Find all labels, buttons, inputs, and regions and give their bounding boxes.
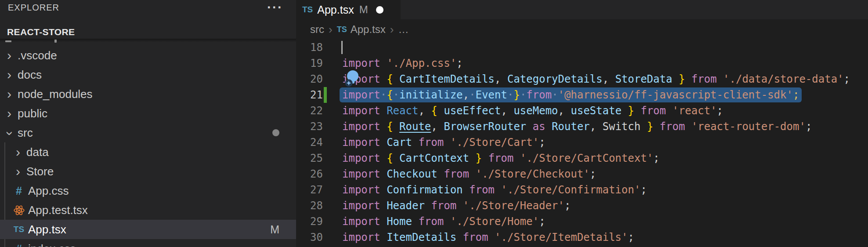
code-line-29[interactable]: 29import Home from './Store/Home'; [296,214,868,229]
vscode-window: EXPLORER ··· REACT-STORE ›.vscode›docs›n… [0,0,868,247]
line-number[interactable]: 19 [296,55,323,71]
explorer-title: EXPLORER [8,3,59,13]
editor-area: TS App.tsx M src › TS App.tsx › … 1819im… [296,0,868,247]
code-text: import Cart from './Store/Cart'; [342,134,545,150]
folder-item-src[interactable]: ›src [0,123,296,142]
line-number[interactable]: 26 [296,166,323,182]
line-number[interactable]: 25 [296,150,323,166]
explorer-panel: EXPLORER ··· REACT-STORE ›.vscode›docs›n… [0,0,296,247]
code-line-25[interactable]: 25import { CartContext } from './Store/C… [296,150,868,166]
tree-item-label: src [18,126,33,140]
file-tree: ›.vscode›docs›node_modules›public›src›da… [0,46,296,247]
code-text: import Header from './Store/Header'; [342,198,571,214]
line-number[interactable]: 27 [296,182,323,198]
tree-item-label: App.test.tsx [28,203,88,217]
css-icon: # [16,243,22,247]
typescript-icon: TS [337,25,347,34]
partial-row-fragment [54,40,57,43]
quickfix-lightbulb-icon[interactable] [344,69,362,88]
tree-item-label: index.css [28,242,76,247]
breadcrumb-item-src[interactable]: src [310,23,324,36]
line-number[interactable]: 29 [296,214,323,229]
code-line-18[interactable]: 18 [296,40,868,55]
code-line-23[interactable]: 23import { Route, BrowserRouter as Route… [296,119,868,134]
code-line-20[interactable]: 20import { CartItemDetails, CategoryDeta… [296,71,868,87]
code-text: import·{·initialize,·Event·}·from·'@harn… [342,87,799,103]
react-icon [13,204,25,216]
folder-item-public[interactable]: ›public [0,104,296,123]
code-line-22[interactable]: 22import React, { useEffect, useMemo, us… [296,103,868,119]
line-number[interactable]: 20 [296,71,323,87]
code-line-21[interactable]: 21import·{·initialize,·Event·}·from·'@ha… [296,87,868,103]
line-number[interactable]: 23 [296,119,323,134]
folder-item-docs[interactable]: ›docs [0,65,296,84]
chevron-right-icon: › [329,23,333,36]
code-line-26[interactable]: 26import Checkout from './Store/Checkout… [296,166,868,182]
git-modified-badge: M [270,223,279,236]
tree-item-label: App.tsx [28,223,66,236]
tab-app-tsx[interactable]: TS App.tsx M [296,0,401,19]
editor-tabbar: TS App.tsx M [296,0,868,19]
folder-item-store[interactable]: ›Store [0,162,296,181]
file-item-app-test-tsx[interactable]: App.test.tsx [0,200,296,220]
tree-item-label: public [18,107,47,120]
code-text: import ItemDetails from './Store/ItemDet… [342,229,634,245]
code-area: 1819import './App.css';20import { CartIt… [296,40,868,247]
line-number[interactable]: 24 [296,134,323,150]
line-number[interactable]: 21 [296,87,323,103]
code-text: import Confirmation from './Store/Confir… [342,182,647,198]
tree-item-label: docs [18,68,42,82]
code-line-28[interactable]: 28import Header from './Store/Header'; [296,198,868,214]
tab-git-modified-badge: M [359,4,368,16]
code-text: import { Route, BrowserRouter as Router,… [342,119,812,134]
chevron-right-icon: › [4,49,15,62]
file-item-app-css[interactable]: #App.css [0,181,296,200]
code-line-24[interactable]: 24import Cart from './Store/Cart'; [296,134,868,150]
unsaved-dot-icon[interactable] [376,6,383,14]
folder-item-data[interactable]: ›data [0,142,296,162]
tree-item-label: data [26,145,49,159]
file-item-app-tsx[interactable]: TSApp.tsxM [0,220,296,239]
selection-highlight: import·{·initialize,·Event·}·from·'@harn… [340,87,802,102]
code-line-19[interactable]: 19import './App.css'; [296,55,868,71]
code-text: import './App.css'; [342,55,463,71]
typescript-icon: TS [14,225,24,234]
text-cursor [341,41,343,54]
code-text: import { CartContext } from './Store/Car… [342,150,660,166]
code-text: import Checkout from './Store/Checkout'; [342,166,596,182]
line-number[interactable]: 28 [296,198,323,214]
breadcrumb-item-file[interactable]: App.tsx [351,23,386,36]
modified-gutter-bar [324,87,327,103]
line-number[interactable]: 30 [296,229,323,245]
css-icon: # [16,185,22,197]
project-section-header[interactable]: REACT-STORE [7,27,75,37]
code-text: import { CartItemDetails, CategoryDetail… [342,71,850,87]
ellipsis-icon[interactable]: ··· [267,0,283,15]
file-item-index-css[interactable]: #index.css [0,239,296,247]
code-text: import Home from './Store/Home'; [342,214,545,229]
chevron-right-icon: › [4,68,15,81]
partial-row-fragment [5,40,11,42]
scroll-shadow [0,39,296,42]
code-line-27[interactable]: 27import Confirmation from './Store/Conf… [296,182,868,198]
chevron-right-icon: › [12,145,24,159]
line-number[interactable]: 22 [296,103,323,119]
code-text: import React, { useEffect, useMemo, useS… [342,103,723,119]
chevron-right-icon: › [4,87,15,101]
line-number[interactable]: 18 [296,40,323,55]
tree-item-label: App.css [28,184,69,198]
typescript-icon: TS [302,5,313,15]
folder-item--vscode[interactable]: ›.vscode [0,46,296,65]
code-line-30[interactable]: 30import ItemDetails from './Store/ItemD… [296,229,868,245]
folder-item-node-modules[interactable]: ›node_modules [0,84,296,104]
tree-item-label: Store [26,165,54,178]
tree-item-label: node_modules [18,87,93,101]
breadcrumb: src › TS App.tsx › … [296,19,868,40]
breadcrumb-item-symbol[interactable]: … [398,23,409,36]
chevron-right-icon: › [12,165,24,178]
chevron-right-icon: › [4,107,15,120]
tree-item-label: .vscode [18,49,57,62]
modified-dot-badge [272,129,279,136]
chevron-right-icon: › [390,23,394,36]
chevron-down-icon: › [4,128,17,139]
